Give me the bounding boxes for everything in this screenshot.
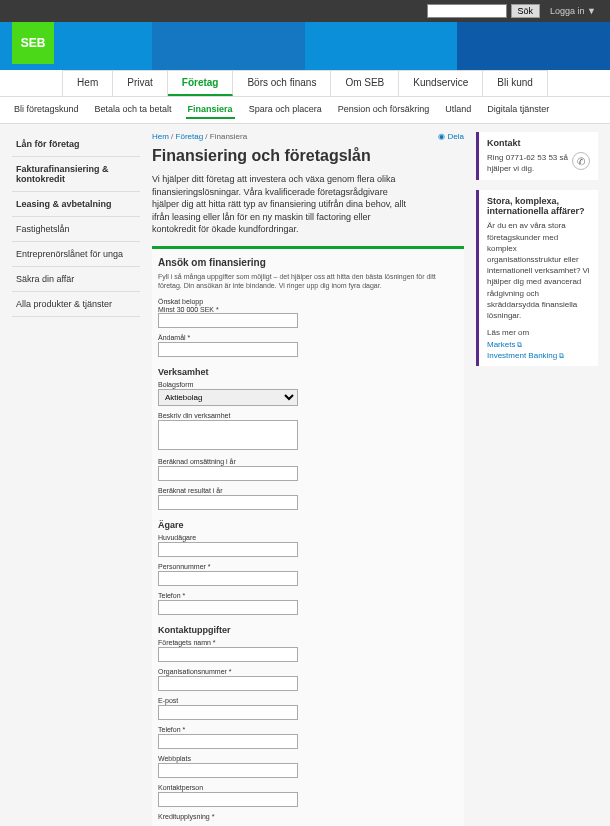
- contact-title: Kontakt: [487, 138, 590, 148]
- external-icon: ⧉: [517, 341, 522, 348]
- nav1-item-2[interactable]: Företag: [168, 70, 234, 96]
- sidebar-item-2[interactable]: Leasing & avbetalning: [12, 192, 140, 217]
- amount-label: Önskat belopp: [158, 298, 458, 305]
- sidebar-item-0[interactable]: Lån för företag: [12, 132, 140, 157]
- turnover-input[interactable]: [158, 466, 298, 481]
- main-content: Hem / Företag / Finansiera ◉ Dela Finans…: [152, 132, 464, 826]
- company-label: Företagets namn *: [158, 639, 458, 646]
- sidebar-item-3[interactable]: Fastighetslån: [12, 217, 140, 242]
- legal-select[interactable]: Aktiebolag: [158, 389, 298, 406]
- markets-link[interactable]: Markets⧉: [487, 340, 590, 349]
- sidebar-item-4[interactable]: Entreprenörslånet för unga: [12, 242, 140, 267]
- contact-card: Kontakt ✆ Ring 0771-62 53 53 så hjälper …: [476, 132, 598, 180]
- purpose-label: Ändamål *: [158, 334, 458, 341]
- credit-label: Kreditupplysning *: [158, 813, 458, 820]
- owner-label: Huvudägare: [158, 534, 458, 541]
- nav1-item-5[interactable]: Kundservice: [399, 70, 483, 96]
- nav2-item-3[interactable]: Spara och placera: [247, 101, 324, 119]
- crumb-2: Finansiera: [210, 132, 247, 141]
- search-input[interactable]: [427, 4, 507, 18]
- nav2-item-5[interactable]: Utland: [443, 101, 473, 119]
- turnover-label: Beräknad omsättning i år: [158, 458, 458, 465]
- search-button[interactable]: Sök: [511, 4, 541, 18]
- web-input[interactable]: [158, 763, 298, 778]
- contact-input[interactable]: [158, 792, 298, 807]
- complex-more: Läs mer om: [487, 327, 590, 338]
- right-column: Kontakt ✆ Ring 0771-62 53 53 så hjälper …: [476, 132, 598, 826]
- topbar: Sök Logga in ▼: [0, 0, 610, 22]
- sidebar: Lån för företagFakturafinansiering & kon…: [12, 132, 140, 826]
- orgnr-input[interactable]: [158, 676, 298, 691]
- tel1-input[interactable]: [158, 600, 298, 615]
- intro-text: Vi hjälper ditt företag att investera oc…: [152, 173, 412, 236]
- nav2-item-6[interactable]: Digitala tjänster: [485, 101, 551, 119]
- nav1-item-1[interactable]: Privat: [113, 70, 168, 96]
- tel2-input[interactable]: [158, 734, 298, 749]
- complex-title: Stora, komplexa, internationella affärer…: [487, 196, 590, 216]
- sidebar-item-1[interactable]: Fakturafinansiering & kontokredit: [12, 157, 140, 192]
- breadcrumb: Hem / Företag / Finansiera ◉ Dela: [152, 132, 464, 141]
- nav2-item-2[interactable]: Finansiera: [186, 101, 235, 119]
- sidebar-item-5[interactable]: Säkra din affär: [12, 267, 140, 292]
- company-input[interactable]: [158, 647, 298, 662]
- nav2-item-4[interactable]: Pension och försäkring: [336, 101, 432, 119]
- legal-label: Bolagsform: [158, 381, 458, 388]
- amount-hint: Minst 30 000 SEK *: [158, 306, 458, 313]
- nav2-item-1[interactable]: Betala och ta betalt: [93, 101, 174, 119]
- desc-label: Beskriv din verksamhet: [158, 412, 458, 419]
- email-label: E-post: [158, 697, 458, 704]
- section-owner: Ägare: [158, 520, 458, 530]
- complex-card: Stora, komplexa, internationella affärer…: [476, 190, 598, 366]
- login-link[interactable]: Logga in ▼: [544, 6, 602, 16]
- pnr-input[interactable]: [158, 571, 298, 586]
- hero-banner: SEB: [0, 22, 610, 70]
- nav1-item-3[interactable]: Börs och finans: [233, 70, 331, 96]
- form-hint: Fyll i så många uppgifter som möjligt – …: [158, 272, 458, 290]
- purpose-input[interactable]: [158, 342, 298, 357]
- secondary-nav: Bli företagskundBetala och ta betaltFina…: [0, 97, 610, 124]
- form-heading: Ansök om finansiering: [158, 257, 458, 268]
- crumb-0[interactable]: Hem: [152, 132, 169, 141]
- application-form: Ansök om finansiering Fyll i så många up…: [152, 246, 464, 826]
- page-title: Finansiering och företagslån: [152, 147, 464, 165]
- nav1-item-4[interactable]: Om SEB: [331, 70, 399, 96]
- owner-input[interactable]: [158, 542, 298, 557]
- email-input[interactable]: [158, 705, 298, 720]
- external-icon: ⧉: [559, 352, 564, 359]
- seb-logo[interactable]: SEB: [12, 22, 54, 64]
- crumb-1[interactable]: Företag: [176, 132, 204, 141]
- tel2-label: Telefon *: [158, 726, 458, 733]
- web-label: Webbplats: [158, 755, 458, 762]
- amount-input[interactable]: [158, 313, 298, 328]
- section-business: Verksamhet: [158, 367, 458, 377]
- result-input[interactable]: [158, 495, 298, 510]
- section-contact: Kontaktuppgifter: [158, 625, 458, 635]
- nav2-item-0[interactable]: Bli företagskund: [12, 101, 81, 119]
- result-label: Beräknat resultat i år: [158, 487, 458, 494]
- nav1-item-6[interactable]: Bli kund: [483, 70, 548, 96]
- primary-nav: HemPrivatFöretagBörs och finansOm SEBKun…: [0, 70, 610, 97]
- desc-input[interactable]: [158, 420, 298, 450]
- nav1-item-0[interactable]: Hem: [62, 70, 113, 96]
- share-link[interactable]: ◉ Dela: [438, 132, 464, 141]
- contact-label: Kontaktperson: [158, 784, 458, 791]
- investment-link[interactable]: Investment Banking⧉: [487, 351, 590, 360]
- sidebar-item-6[interactable]: Alla produkter & tjänster: [12, 292, 140, 317]
- phone-icon[interactable]: ✆: [572, 152, 590, 170]
- complex-text: Är du en av våra stora företagskunder me…: [487, 220, 590, 321]
- tel1-label: Telefon *: [158, 592, 458, 599]
- pnr-label: Personnummer *: [158, 563, 458, 570]
- orgnr-label: Organisationsnummer *: [158, 668, 458, 675]
